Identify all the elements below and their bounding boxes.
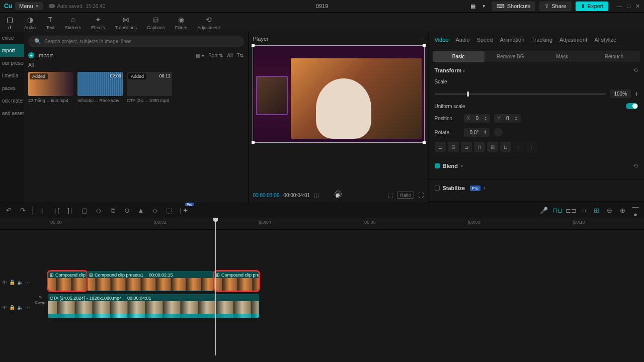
subtab-mask[interactable]: Mask [536, 51, 588, 62]
reset-icon[interactable]: ⟲ [633, 162, 638, 169]
resize-handle[interactable] [252, 44, 255, 47]
side-tab-brand[interactable]: and assets [0, 107, 24, 120]
resize-handle[interactable] [423, 44, 426, 47]
scale-slider[interactable] [435, 94, 606, 95]
align-center-h[interactable]: ⊟ [448, 142, 459, 152]
position-x[interactable]: X 0▲▼ [464, 114, 491, 123]
delete-icon[interactable]: ▢ [80, 207, 89, 214]
align-dist-h[interactable]: ⫿ [513, 142, 524, 152]
tab-ai-stylize[interactable]: AI stylize [594, 37, 616, 43]
subtab-removebg[interactable]: Remove BG [485, 51, 536, 62]
align-dist-v[interactable]: ⫿ [526, 142, 537, 152]
minimize-icon[interactable]: — [616, 3, 622, 10]
clip-compound-1[interactable]: ⊞Compound clip [48, 271, 87, 291]
marker-icon[interactable]: ◇ [94, 207, 103, 214]
side-tab-presets[interactable]: our presets [0, 57, 24, 69]
align-bottom[interactable]: ⊔ [500, 142, 511, 152]
maximize-icon[interactable]: □ [627, 3, 630, 10]
fullscreen-icon[interactable]: ⛶ [418, 192, 424, 198]
split-icon[interactable]: ⟊ [38, 207, 47, 214]
tab-adjustment[interactable]: Adjustment [559, 37, 587, 43]
subtab-basic[interactable]: Basic [433, 51, 485, 62]
mic-icon[interactable]: 🎤 [539, 207, 548, 214]
align-top[interactable]: ⊓ [474, 142, 485, 152]
side-tab-spaces[interactable]: paces [0, 82, 24, 95]
play-button[interactable]: ▶ [336, 192, 340, 199]
track-head[interactable]: 👁 🔒 🔈 ⋯ [0, 270, 30, 294]
chevron-down-icon[interactable]: ▼ [480, 3, 488, 10]
clip-cta[interactable]: CTA (24.05.2024) - 1920x1080.mp4 00:00:0… [48, 294, 259, 318]
align-left[interactable]: ⊏ [435, 142, 446, 152]
zoom-out-icon[interactable]: ⊖ [605, 207, 614, 214]
track-head[interactable]: 👁 🔒 🔈 ⋯ [0, 295, 30, 319]
more-icon[interactable]: ⋯ [25, 305, 30, 310]
resize-handle[interactable] [423, 141, 426, 144]
split-left-icon[interactable]: ⟊[ [52, 207, 61, 214]
nav-media[interactable]: ▢rt [0, 14, 19, 32]
nav-adjustment[interactable]: ⟲Adjustment [192, 14, 225, 32]
playhead[interactable] [215, 218, 216, 355]
undo-icon[interactable]: ↶ [4, 207, 13, 214]
grid-view-icon[interactable]: ▦ ▾ [196, 53, 204, 58]
snap-icon[interactable]: ▭ [579, 207, 588, 214]
reverse-icon[interactable]: ⊙ [122, 207, 131, 214]
import-button[interactable]: + Import [28, 52, 53, 58]
side-tab-stock[interactable]: ock mater... [0, 95, 24, 107]
zoom-icon[interactable]: ⬚ [388, 192, 393, 199]
mirror-icon[interactable]: ▲ [136, 207, 145, 214]
compare-icon[interactable]: ◫ [314, 192, 319, 199]
uniform-toggle[interactable] [626, 103, 638, 109]
nav-audio[interactable]: ◑Audio [19, 14, 41, 32]
cover-button[interactable]: ✎ Cover [34, 295, 46, 305]
position-y[interactable]: Y 0▲▼ [494, 114, 521, 123]
align-right[interactable]: ⊐ [461, 142, 472, 152]
link-icon[interactable]: ⊏⊐ [566, 207, 575, 214]
more-icon[interactable]: ⋯ [25, 280, 30, 285]
magnet-icon[interactable]: ⊓⊔ [552, 207, 561, 214]
eye-icon[interactable]: 👁 [2, 280, 7, 285]
export-button[interactable]: ⬆ Export [576, 2, 609, 11]
blend-check[interactable]: Blend ▾ [435, 163, 463, 169]
reset-icon[interactable]: ⟲ [633, 67, 638, 74]
filter-all-button[interactable]: All [227, 53, 232, 58]
side-tab-import[interactable]: mport [0, 44, 24, 57]
zoom-slider[interactable]: —● [631, 203, 640, 218]
sort-button[interactable]: Sort ⇅ [208, 53, 223, 58]
media-item[interactable]: 02:09 Infractio… Race.wav [77, 72, 123, 103]
side-tab-device[interactable]: evice [0, 32, 24, 44]
crop-icon[interactable]: ⬚ [165, 207, 174, 214]
nav-filters[interactable]: ◉Filters [170, 14, 193, 32]
track-2[interactable]: CTA (24.05.2024) - 1920x1080.mp4 00:00:0… [48, 293, 644, 318]
nav-effects[interactable]: ✦Effects [86, 14, 110, 32]
player-viewport[interactable] [253, 46, 424, 142]
menu-button[interactable]: Menu ▼ [15, 2, 43, 10]
media-item[interactable]: Added 00:12 CTA (24.…1080.mp4 [127, 72, 172, 103]
split-right-icon[interactable]: ]⟊ [66, 207, 75, 214]
resize-handle[interactable] [252, 141, 255, 144]
redo-icon[interactable]: ↷ [18, 207, 27, 214]
mute-icon[interactable]: 🔈 [17, 305, 23, 310]
subtab-retouch[interactable]: Retouch [588, 51, 640, 62]
filter-icon[interactable]: T⇅ [236, 53, 244, 58]
align-center-v[interactable]: ⊞ [487, 142, 498, 152]
duplicate-icon[interactable]: ⧉ [108, 207, 117, 215]
layout-icon[interactable]: ▦ [469, 3, 476, 10]
preview-icon[interactable]: ⊞ [592, 207, 601, 214]
tab-audio[interactable]: Audio [455, 37, 469, 43]
stabilize-check[interactable]: StabilizePro ▾ [435, 185, 486, 191]
rotate-reset[interactable]: — [494, 128, 503, 137]
tab-tracking[interactable]: Tracking [531, 37, 552, 43]
spinner[interactable]: ▲▼ [635, 92, 638, 97]
timeline-ruler[interactable]: |00:00 |00:02 |00:04 |00:06 |00:08 |00:1… [0, 218, 644, 230]
clip-compound-2[interactable]: ⊞Compound clip presets1 00:00:02:15 [87, 271, 214, 291]
search-box[interactable]: 🔍 [28, 36, 244, 47]
tab-video[interactable]: Video [435, 37, 449, 43]
ratio-button[interactable]: Ratio [397, 192, 414, 199]
lock-icon[interactable]: 🔒 [9, 305, 15, 310]
rotate-icon[interactable]: ◇ [150, 207, 159, 214]
media-item[interactable]: Added 32 Tổng …tion.mp4 [28, 72, 73, 103]
search-input[interactable] [44, 39, 238, 44]
track-1[interactable]: ⊞Compound clip ⊞Compound clip presets1 0… [48, 270, 644, 292]
clip-compound-3[interactable]: ⊞Compound clip pre [214, 271, 259, 291]
nav-stickers[interactable]: ☺Stickers [60, 14, 86, 32]
